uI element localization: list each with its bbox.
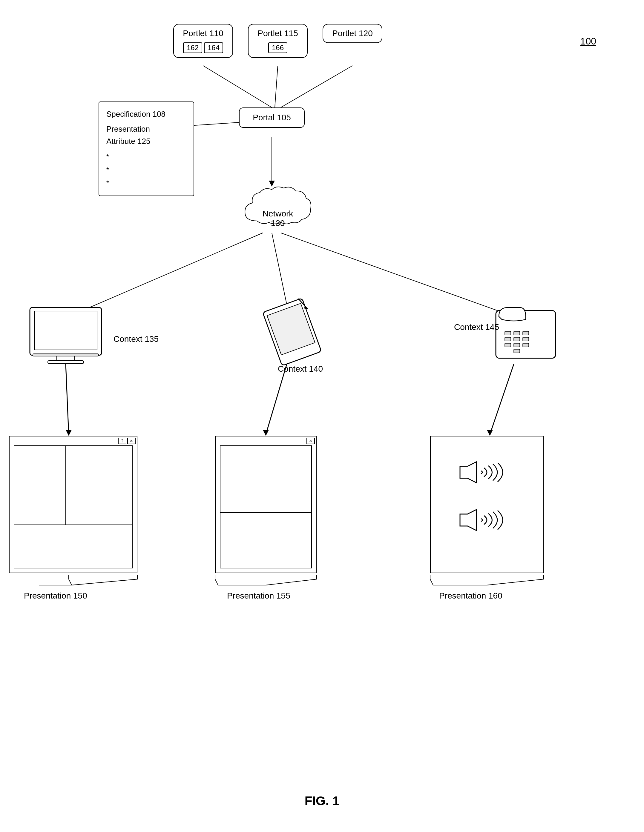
portlet-110: Portlet 110 162 164 [173, 24, 233, 58]
pres-155-label: Presentation 155 [227, 591, 290, 601]
svg-rect-29 [514, 338, 520, 341]
svg-rect-28 [505, 338, 511, 341]
spec-dots: *** [106, 150, 186, 190]
spec-attr: PresentationAttribute 125 [106, 123, 186, 148]
pane-left-top [14, 446, 66, 525]
pres-150-label: Presentation 150 [24, 591, 87, 601]
portlet-115-inner-166: 166 [268, 42, 287, 53]
portlet-115: Portlet 115 166 [248, 24, 308, 58]
svg-line-2 [281, 66, 352, 107]
svg-line-11 [266, 364, 287, 434]
toolbar-close-btn[interactable]: ✕ [127, 438, 136, 444]
speaker-top-svg [457, 460, 517, 484]
speaker-bottom-svg [457, 508, 517, 532]
phone-icon [490, 301, 562, 368]
portlet-120: Portlet 120 [323, 24, 382, 43]
pane-bottom [14, 525, 132, 568]
arrows-svg [0, 0, 644, 832]
pres-160 [430, 436, 544, 573]
portlet-110-label: Portlet 110 [180, 29, 226, 38]
svg-marker-36 [460, 510, 476, 531]
svg-marker-12 [263, 430, 269, 436]
spec-108: Specification 108 PresentationAttribute … [99, 101, 194, 196]
pane-right-top [66, 446, 132, 525]
desktop-icon [24, 304, 107, 365]
pres-155-close-btn[interactable]: ✕ [306, 438, 315, 444]
svg-rect-33 [523, 343, 529, 347]
portlet-110-inner-164: 164 [204, 42, 223, 53]
portlet-120-label: Portlet 120 [329, 29, 376, 38]
svg-line-1 [275, 66, 278, 107]
svg-marker-14 [487, 430, 493, 436]
portal-105: Portal 105 [239, 107, 305, 128]
svg-rect-34 [514, 349, 520, 353]
speaker-top [457, 460, 517, 485]
svg-rect-31 [505, 343, 511, 347]
portal-label: Portal 105 [248, 113, 295, 122]
context-135-label: Context 135 [114, 334, 159, 344]
svg-line-0 [203, 66, 272, 107]
portlet-110-inner-162: 162 [183, 42, 202, 53]
svg-rect-19 [33, 354, 99, 356]
pres-155-bottom-pane [220, 513, 311, 568]
network-cloud: Network130 [239, 185, 317, 228]
pres-155-top-pane [220, 446, 311, 513]
svg-line-13 [490, 364, 514, 434]
pres-150-content [14, 445, 133, 568]
toolbar-help-btn[interactable]: ? [118, 438, 127, 444]
spec-title: Specification 108 [106, 108, 186, 121]
svg-rect-27 [523, 331, 529, 335]
pres-160-label: Presentation 160 [439, 591, 502, 601]
pda-icon [257, 299, 323, 371]
ref-number: 100 [580, 36, 596, 47]
phone-svg [490, 301, 562, 367]
pres-155-toolbar: ✕ [305, 437, 316, 445]
svg-marker-35 [460, 462, 476, 483]
svg-line-7 [272, 233, 287, 304]
svg-rect-26 [514, 331, 520, 335]
pres-150: ? ✕ [9, 436, 138, 573]
svg-line-9 [66, 364, 69, 434]
speaker-bottom [457, 508, 517, 533]
context-140-label: Context 140 [278, 364, 323, 374]
pres-155: ✕ [215, 436, 317, 573]
svg-line-3 [194, 122, 239, 125]
svg-rect-16 [34, 311, 97, 350]
computer-svg [24, 304, 107, 364]
svg-rect-25 [505, 331, 511, 335]
pres-155-content [220, 445, 312, 568]
diagram: 100 [0, 0, 644, 832]
context-145-label: Context 145 [454, 322, 499, 332]
portlet-115-label: Portlet 115 [255, 29, 301, 38]
pda-svg [257, 299, 323, 370]
fig-label: FIG. 1 [305, 794, 340, 808]
svg-marker-10 [66, 430, 72, 436]
svg-rect-30 [523, 338, 529, 341]
svg-rect-32 [514, 343, 520, 347]
svg-rect-18 [48, 361, 83, 363]
pres-150-toolbar: ? ✕ [117, 437, 137, 445]
svg-line-6 [69, 233, 263, 317]
